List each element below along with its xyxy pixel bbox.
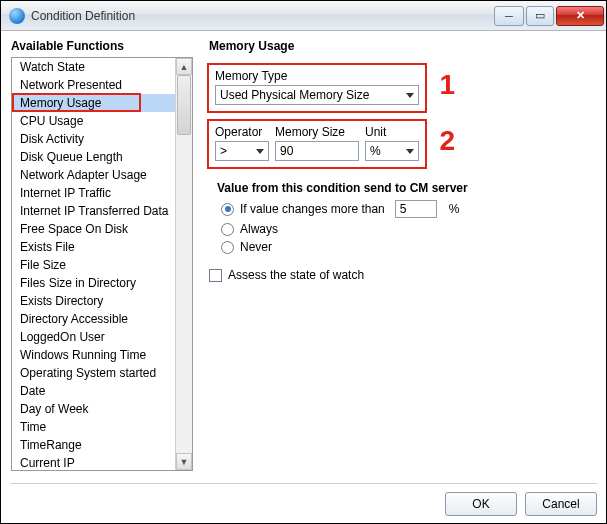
annotation-1: 1 [439,69,455,101]
scrollbar[interactable]: ▲ ▼ [175,58,192,470]
list-item[interactable]: Exists Directory [12,292,175,310]
chevron-down-icon [406,149,414,154]
titlebar: Condition Definition ─ ▭ ✕ [1,1,606,31]
list-item[interactable]: LoggedOn User [12,328,175,346]
memory-type-combo[interactable]: Used Physical Memory Size [215,85,419,105]
maximize-button[interactable]: ▭ [526,6,554,26]
memory-type-label: Memory Type [215,69,419,83]
list-item[interactable]: Network Adapter Usage [12,166,175,184]
app-icon [9,8,25,24]
memory-size-label: Memory Size [275,125,359,139]
radio-always[interactable] [221,223,234,236]
memory-size-input[interactable]: 90 [275,141,359,161]
list-item[interactable]: File Size [12,256,175,274]
list-item[interactable]: Disk Activity [12,130,175,148]
radio-always-label: Always [240,222,278,236]
memory-type-value: Used Physical Memory Size [220,88,369,102]
changes-threshold-input[interactable]: 5 [395,200,437,218]
annotation-2: 2 [439,125,455,157]
list-item[interactable]: Internet IP Transferred Data [12,202,175,220]
list-item[interactable]: Memory Usage [12,94,175,112]
list-item[interactable]: Directory Accessible [12,310,175,328]
assess-label: Assess the state of watch [228,268,364,282]
scroll-up-arrow[interactable]: ▲ [176,58,192,75]
operator-combo[interactable]: > [215,141,269,161]
radio-never[interactable] [221,241,234,254]
chevron-down-icon [406,93,414,98]
list-item[interactable]: CPU Usage [12,112,175,130]
assess-checkbox[interactable] [209,269,222,282]
cancel-button[interactable]: Cancel [525,492,597,516]
cancel-label: Cancel [542,497,579,511]
condition-block: Operator > Memory Size 90 Unit % [207,119,427,169]
list-item[interactable]: Date [12,382,175,400]
unit-label: Unit [365,125,419,139]
ok-label: OK [472,497,489,511]
list-item[interactable]: Time [12,418,175,436]
footer-divider [10,483,597,484]
radio-if-changes-label: If value changes more than [240,202,385,216]
changes-unit: % [449,202,460,216]
operator-value: > [220,144,227,158]
chevron-down-icon [256,149,264,154]
list-item[interactable]: Network Presented [12,76,175,94]
list-item[interactable]: Disk Queue Length [12,148,175,166]
memory-type-block: Memory Type Used Physical Memory Size 1 [207,63,427,113]
list-item[interactable]: Windows Running Time [12,346,175,364]
available-functions-label: Available Functions [11,39,193,53]
close-button[interactable]: ✕ [556,6,604,26]
memory-size-value: 90 [280,144,293,158]
operator-label: Operator [215,125,269,139]
list-item[interactable]: Current IP [12,454,175,470]
unit-value: % [370,144,381,158]
scroll-down-arrow[interactable]: ▼ [176,453,192,470]
functions-listbox[interactable]: Watch StateNetwork PresentedMemory Usage… [11,57,193,471]
list-item[interactable]: Watch State [12,58,175,76]
unit-combo[interactable]: % [365,141,419,161]
list-item[interactable]: Internet IP Traffic [12,184,175,202]
radio-never-label: Never [240,240,272,254]
list-item[interactable]: Day of Week [12,400,175,418]
minimize-button[interactable]: ─ [494,6,524,26]
list-item[interactable]: Free Space On Disk [12,220,175,238]
panel-heading: Memory Usage [209,39,596,53]
window-title: Condition Definition [31,9,494,23]
changes-threshold-value: 5 [400,202,407,216]
scroll-thumb[interactable] [177,75,191,135]
ok-button[interactable]: OK [445,492,517,516]
list-item[interactable]: Files Size in Directory [12,274,175,292]
list-item[interactable]: Exists File [12,238,175,256]
radio-if-changes[interactable] [221,203,234,216]
list-item[interactable]: TimeRange [12,436,175,454]
group-title: Value from this condition send to CM ser… [217,181,477,195]
send-to-cm-group: Value from this condition send to CM ser… [217,181,477,254]
list-item[interactable]: Operating System started [12,364,175,382]
